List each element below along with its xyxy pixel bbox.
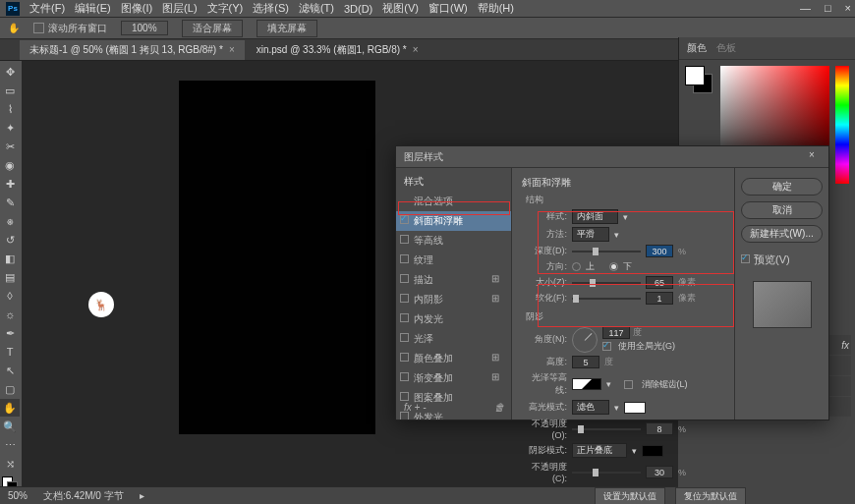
- status-zoom[interactable]: 50%: [8, 490, 28, 501]
- opt-fit-screen[interactable]: 适合屏幕: [182, 20, 243, 37]
- preview-checkbox[interactable]: [741, 254, 750, 263]
- dialog-titlebar[interactable]: 图层样式 ×: [396, 146, 828, 168]
- sh-mode-dropdown[interactable]: 正片叠底: [572, 443, 627, 458]
- depth-input[interactable]: [646, 245, 673, 257]
- sh-opacity-input[interactable]: [646, 466, 673, 478]
- blur-tool-icon[interactable]: ◊: [0, 287, 20, 305]
- menu-type[interactable]: 文字(Y): [207, 1, 244, 16]
- swatches-tab[interactable]: 色板: [716, 41, 736, 55]
- menu-view[interactable]: 视图(V): [382, 1, 419, 16]
- make-default-button[interactable]: 设置为默认值: [595, 487, 665, 504]
- wand-tool-icon[interactable]: ✦: [0, 119, 20, 137]
- close-icon[interactable]: ×: [845, 2, 851, 14]
- fx-menu-icon[interactable]: fx + -: [404, 402, 427, 413]
- type-tool-icon[interactable]: T: [0, 343, 20, 361]
- size-input[interactable]: [646, 276, 673, 289]
- dir-up-radio[interactable]: [572, 262, 581, 271]
- pen-tool-icon[interactable]: ✒: [0, 324, 20, 342]
- effect-innershadow[interactable]: 内阴影⊞: [396, 290, 511, 309]
- hand-tool-icon[interactable]: ✋: [8, 23, 20, 33]
- menu-edit[interactable]: 编辑(E): [75, 1, 111, 16]
- tab-close-icon[interactable]: ×: [229, 44, 235, 55]
- crop-tool-icon[interactable]: ✂: [0, 138, 20, 155]
- angle-input[interactable]: [602, 326, 630, 339]
- size-slider[interactable]: [572, 282, 641, 284]
- tab-close-icon[interactable]: ×: [413, 44, 419, 55]
- cancel-button[interactable]: 取消: [741, 201, 823, 219]
- sh-opacity-slider[interactable]: [572, 472, 641, 474]
- effect-bevel[interactable]: 斜面和浮雕: [396, 211, 511, 231]
- maximize-icon[interactable]: □: [825, 2, 831, 14]
- minimize-icon[interactable]: —: [800, 2, 811, 14]
- tools-panel: ✥ ▭ ⌇ ✦ ✂ ◉ ✚ ✎ ⎈ ↺ ◧ ▤ ◊ ☼ ✒ T ↖ ▢ ✋ 🔍 …: [0, 61, 22, 497]
- app-logo: Ps: [6, 2, 20, 16]
- lasso-tool-icon[interactable]: ⌇: [0, 100, 20, 118]
- dodge-tool-icon[interactable]: ☼: [0, 306, 20, 323]
- menu-select[interactable]: 选择(S): [253, 1, 289, 16]
- history-brush-icon[interactable]: ↺: [0, 231, 20, 249]
- antialias-checkbox[interactable]: [624, 380, 633, 389]
- global-light-checkbox[interactable]: [602, 342, 611, 351]
- blend-options[interactable]: 混合选项: [396, 192, 511, 211]
- hand-tool-icon[interactable]: ✋: [0, 399, 20, 417]
- menu-window[interactable]: 窗口(W): [428, 1, 468, 16]
- effect-contour[interactable]: 等高线: [396, 231, 511, 251]
- eraser-tool-icon[interactable]: ◧: [0, 250, 20, 267]
- menu-help[interactable]: 帮助(H): [478, 1, 514, 16]
- doc-tab-2[interactable]: xin.psd @ 33.3% (椭圆1, RGB/8) *×: [247, 40, 428, 60]
- watermark-badge: [88, 292, 114, 317]
- style-dropdown[interactable]: 内斜面: [572, 209, 618, 224]
- effect-coloroverlay[interactable]: 颜色叠加⊞: [396, 349, 511, 368]
- menu-3d[interactable]: 3D(D): [344, 3, 372, 15]
- effect-satin[interactable]: 光泽: [396, 329, 511, 349]
- menu-file[interactable]: 文件(F): [29, 1, 65, 16]
- hl-opacity-slider[interactable]: [572, 428, 641, 430]
- opt-fill-screen[interactable]: 填充屏幕: [256, 20, 317, 37]
- altitude-input[interactable]: [572, 356, 599, 368]
- new-style-button[interactable]: 新建样式(W)...: [741, 225, 823, 243]
- color-tab[interactable]: 颜色: [687, 41, 707, 55]
- technique-dropdown[interactable]: 平滑: [572, 227, 609, 242]
- effect-texture[interactable]: 纹理: [396, 251, 511, 270]
- soften-input[interactable]: [646, 292, 673, 305]
- ok-button[interactable]: 确定: [741, 178, 823, 196]
- menu-filter[interactable]: 滤镜(T): [299, 1, 334, 16]
- zoom-tool-icon[interactable]: 🔍: [0, 418, 20, 435]
- styles-header[interactable]: 样式: [396, 172, 511, 192]
- gradient-tool-icon[interactable]: ▤: [0, 268, 20, 286]
- dialog-close-icon[interactable]: ×: [809, 149, 823, 163]
- depth-slider[interactable]: [572, 251, 641, 252]
- gloss-contour[interactable]: [572, 378, 601, 390]
- doc-tab-1[interactable]: 未标题-1 @ 50% (椭圆 1 拷贝 13, RGB/8#) *×: [20, 40, 245, 60]
- soften-slider[interactable]: [572, 298, 641, 300]
- menu-layer[interactable]: 图层(L): [162, 1, 197, 16]
- effect-stroke[interactable]: 描边⊞: [396, 270, 511, 290]
- shape-tool-icon[interactable]: ▢: [0, 380, 20, 398]
- move-tool-icon[interactable]: ✥: [0, 63, 20, 81]
- trash-icon[interactable]: 🗑: [494, 402, 504, 413]
- fg-bg-swatch[interactable]: [685, 66, 714, 95]
- effect-innerglow[interactable]: 内发光: [396, 309, 511, 329]
- heal-tool-icon[interactable]: ✚: [0, 175, 20, 193]
- sh-color-swatch[interactable]: [642, 445, 663, 457]
- eyedropper-tool-icon[interactable]: ◉: [0, 156, 20, 174]
- reset-default-button[interactable]: 复位为默认值: [675, 487, 746, 504]
- hl-color-swatch[interactable]: [624, 402, 646, 414]
- stamp-tool-icon[interactable]: ⎈: [0, 212, 20, 230]
- preview-thumb: [753, 281, 812, 328]
- path-tool-icon[interactable]: ↖: [0, 362, 20, 379]
- brush-tool-icon[interactable]: ✎: [0, 194, 20, 211]
- opt-scroll-all[interactable]: 滚动所有窗口: [33, 22, 107, 35]
- effect-gradoverlay[interactable]: 渐变叠加⊞: [396, 368, 511, 388]
- hl-opacity-input[interactable]: [646, 422, 673, 435]
- hl-mode-dropdown[interactable]: 滤色: [572, 400, 609, 415]
- swap-colors-icon[interactable]: ⤭: [0, 455, 20, 473]
- hue-slider[interactable]: [835, 66, 849, 184]
- ellipsis-icon[interactable]: ⋯: [0, 436, 20, 454]
- marquee-tool-icon[interactable]: ▭: [0, 82, 20, 99]
- canvas-content: [179, 81, 375, 434]
- opt-zoom[interactable]: 100%: [121, 21, 168, 35]
- dir-down-radio[interactable]: [609, 262, 618, 271]
- menu-image[interactable]: 图像(I): [121, 1, 152, 16]
- angle-dial[interactable]: [572, 327, 598, 353]
